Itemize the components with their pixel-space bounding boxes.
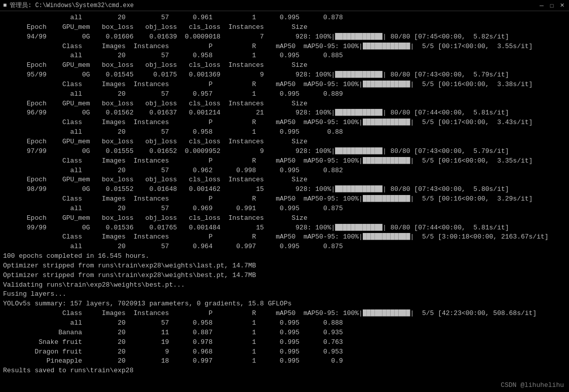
terminal-output: all 20 57 0.961 1 0.995 0.878 Epoch GPU_… (0, 11, 569, 392)
terminal-line: 95/99 0G 0.01545 0.0175 0.001369 9 928: … (3, 70, 566, 80)
maximize-button[interactable]: □ (548, 2, 556, 10)
terminal-line: all 20 57 0.957 1 0.995 0.889 (3, 90, 566, 99)
terminal-line: 97/99 0G 0.01555 0.01652 0.0009952 9 928… (3, 147, 566, 156)
terminal-line: all 20 57 0.964 0.997 0.995 0.875 (3, 242, 566, 252)
terminal-line: Dragon fruit 20 9 0.968 1 0.995 0.953 (3, 347, 566, 357)
terminal-line: Optimizer stripped from runs\train\exp28… (3, 271, 566, 281)
terminal-line: Epoch GPU_mem box_loss obj_loss cls_loss… (3, 23, 566, 32)
terminal-line: Snake fruit 20 19 0.978 1 0.995 0.763 (3, 338, 566, 347)
terminal-line: Epoch GPU_mem box_loss obj_loss cls_loss… (3, 175, 566, 185)
terminal-line: all 20 57 0.958 1 0.995 0.885 (3, 51, 566, 61)
close-button[interactable]: ✕ (558, 2, 566, 10)
terminal-line: all 20 57 0.958 1 0.995 0.888 (3, 319, 566, 328)
terminal-line: all 20 57 0.969 0.991 0.995 0.875 (3, 204, 566, 214)
terminal-line: YOLOv5s summary: 157 layers, 7020913 par… (3, 299, 566, 309)
terminal-line: Class Images Instances P R mAP50 mAP50-9… (3, 118, 566, 128)
terminal-line: all 20 57 0.961 1 0.995 0.878 (3, 13, 566, 23)
terminal-line: all 20 57 0.962 0.998 0.995 0.882 (3, 166, 566, 176)
terminal-line: Epoch GPU_mem box_loss obj_loss cls_loss… (3, 137, 566, 147)
terminal-line: Pineapple 20 18 0.997 1 0.995 0.9 (3, 357, 566, 366)
watermark: CSDN @lihuhelihu (501, 381, 564, 389)
terminal-line: Epoch GPU_mem box_loss obj_loss cls_loss… (3, 61, 566, 70)
terminal-line: Class Images Instances P R mAP50 mAP50-9… (3, 80, 566, 90)
terminal-line: Banana 20 11 0.887 1 0.995 0.935 (3, 328, 566, 338)
terminal-line: 100 epochs completed in 16.545 hours. (3, 252, 566, 261)
terminal-line: Class Images Instances P R mAP50 mAP50-9… (3, 232, 566, 242)
terminal-line: 94/99 0G 0.01606 0.01639 0.0009018 7 928… (3, 32, 566, 42)
terminal-line: 96/99 0G 0.01562 0.01637 0.001214 21 928… (3, 108, 566, 118)
window-controls: ─ □ ✕ (538, 2, 566, 10)
terminal-line: 98/99 0G 0.01552 0.01648 0.001462 15 928… (3, 185, 566, 194)
terminal-line: Validating runs\train\exp28\weights\best… (3, 281, 566, 290)
terminal-line: 99/99 0G 0.01536 0.01765 0.001484 15 928… (3, 223, 566, 233)
terminal-line: Class Images Instances P R mAP50 mAP50-9… (3, 156, 566, 166)
cmd-icon: ■ (3, 2, 7, 9)
terminal-line: Class Images Instances P R mAP50 mAP50-9… (3, 309, 566, 319)
minimize-button[interactable]: ─ (538, 2, 546, 10)
terminal-line: Optimizer stripped from runs\train\exp28… (3, 261, 566, 271)
terminal-line: Results saved to runs\train\exp28 (3, 366, 566, 376)
terminal-line: Class Images Instances P R mAP50 mAP50-9… (3, 194, 566, 204)
terminal-line: Class Images Instances P R mAP50 mAP50-9… (3, 42, 566, 52)
window-title: 管理员: C:\Windows\System32\cmd.exe (10, 1, 134, 10)
window: ■ 管理员: C:\Windows\System32\cmd.exe ─ □ ✕… (0, 0, 569, 392)
title-bar: ■ 管理员: C:\Windows\System32\cmd.exe ─ □ ✕ (0, 0, 569, 11)
terminal-line: Fusing layers... (3, 290, 566, 299)
terminal-line: Epoch GPU_mem box_loss obj_loss cls_loss… (3, 99, 566, 109)
terminal-line: Epoch GPU_mem box_loss obj_loss cls_loss… (3, 214, 566, 223)
title-bar-left: ■ 管理员: C:\Windows\System32\cmd.exe (3, 1, 134, 10)
terminal-line: all 20 57 0.958 1 0.995 0.88 (3, 128, 566, 137)
